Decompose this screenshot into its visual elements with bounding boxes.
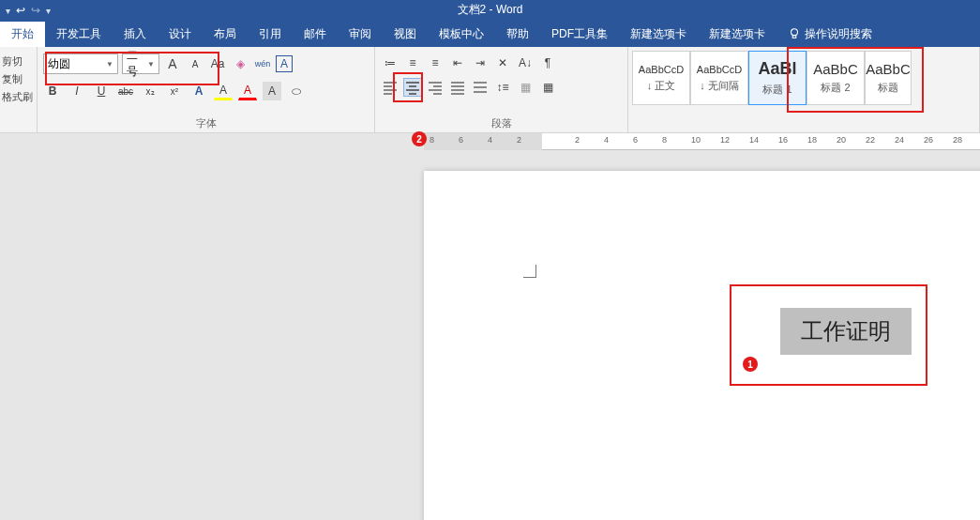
char-shading-button[interactable]: A xyxy=(263,82,281,100)
decrease-indent-button[interactable]: ⇤ xyxy=(448,54,467,72)
sort-button[interactable]: A↓ xyxy=(516,54,535,72)
numbering-button[interactable]: ≡ xyxy=(403,54,422,72)
highlight-color-button[interactable]: A xyxy=(214,82,233,100)
tab-custom-1[interactable]: 新建选项卡 xyxy=(619,21,698,47)
ruler-tick: 24 xyxy=(895,135,904,145)
style-tile-nospacing[interactable]: AaBbCcD ↓ 无间隔 xyxy=(690,51,748,105)
ruler-tick: 16 xyxy=(778,135,788,145)
qat-redo-icon[interactable]: ↪ xyxy=(31,4,40,17)
style-preview: AaBbCcD xyxy=(639,64,684,75)
font-color-button[interactable]: A xyxy=(238,82,257,100)
document-title: 文档2 - Word xyxy=(458,3,523,16)
ribbon-tabs: 开始 开发工具 插入 设计 布局 引用 邮件 审阅 视图 模板中心 帮助 PDF… xyxy=(0,21,980,47)
change-case-button[interactable]: Aa xyxy=(208,54,227,73)
ribbon: 剪切 复制 格式刷 幼圆 ▼ 二号 ▼ A A Aa ◈ wén xyxy=(0,47,980,133)
increase-indent-button[interactable]: ⇥ xyxy=(471,54,490,72)
tell-me-search[interactable]: 操作说明搜索 xyxy=(776,21,883,47)
font-name-combo[interactable]: 幼圆 ▼ xyxy=(43,54,118,74)
ruler-tick: 18 xyxy=(807,135,817,145)
format-painter-button[interactable]: 格式刷 xyxy=(2,88,35,106)
title-bar: ▾ ↩ ↪ ▾ 文档2 - Word xyxy=(0,0,980,21)
font-size-value: 二号 xyxy=(127,48,147,80)
text-effects-button[interactable]: A xyxy=(189,82,208,100)
font-size-combo[interactable]: 二号 ▼ xyxy=(122,54,159,74)
bullets-button[interactable]: ≔ xyxy=(381,54,400,72)
font-group-label: 字体 xyxy=(43,115,369,130)
line-spacing-button[interactable]: ↕≡ xyxy=(493,78,512,97)
char-border-button[interactable]: A xyxy=(276,55,293,72)
justify-button[interactable] xyxy=(448,78,467,97)
horizontal-ruler[interactable]: 8642246810121416182022242628 xyxy=(424,133,980,150)
multilevel-list-button[interactable]: ≡ xyxy=(426,54,445,72)
underline-button[interactable]: U xyxy=(92,82,111,100)
tab-references[interactable]: 引用 xyxy=(248,21,293,47)
distribute-button[interactable] xyxy=(471,78,490,97)
style-name: ↓ 无间隔 xyxy=(700,79,739,93)
phonetic-guide-button[interactable]: wén xyxy=(253,54,272,73)
style-name: 标题 1 xyxy=(762,83,792,97)
style-preview: AaBbC xyxy=(813,61,858,77)
qat-more-icon[interactable]: ▾ xyxy=(46,6,51,16)
tab-view[interactable]: 视图 xyxy=(383,21,428,47)
font-group: 幼圆 ▼ 二号 ▼ A A Aa ◈ wén A B I U abc x₂ xyxy=(38,47,375,132)
tab-design[interactable]: 设计 xyxy=(158,21,203,47)
tab-review[interactable]: 审阅 xyxy=(338,21,383,47)
workspace: 8642246810121416182022242628 工作证明 xyxy=(0,133,980,520)
shrink-font-button[interactable]: A xyxy=(186,54,204,73)
style-name: 标题 2 xyxy=(821,81,850,95)
borders-button[interactable]: ▦ xyxy=(538,78,557,97)
align-right-button[interactable] xyxy=(426,78,445,97)
copy-button[interactable]: 复制 xyxy=(2,70,35,88)
show-marks-button[interactable]: ¶ xyxy=(538,54,557,72)
selected-heading-text[interactable]: 工作证明 xyxy=(780,308,912,355)
superscript-button[interactable]: x² xyxy=(165,82,184,100)
tab-home[interactable]: 开始 xyxy=(0,21,45,47)
enclose-char-button[interactable]: ⬭ xyxy=(287,82,306,100)
paragraph-mark-icon xyxy=(523,265,536,278)
tab-custom-2[interactable]: 新建选项卡 xyxy=(698,21,776,47)
tab-developer[interactable]: 开发工具 xyxy=(45,21,113,47)
tab-mailings[interactable]: 邮件 xyxy=(293,21,338,47)
tab-templates[interactable]: 模板中心 xyxy=(428,21,495,47)
ruler-tick: 2 xyxy=(575,135,580,145)
paragraph-group: ≔ ≡ ≡ ⇤ ⇥ ✕ A↓ ¶ xyxy=(375,47,628,132)
ruler-tick: 4 xyxy=(604,135,609,145)
annotation-badge: 1 xyxy=(743,357,758,372)
qat-dropdown-icon[interactable]: ▾ xyxy=(6,6,10,16)
italic-button[interactable]: I xyxy=(68,82,86,100)
strikethrough-button[interactable]: abc xyxy=(116,82,135,100)
ruler-tick: 14 xyxy=(749,135,759,145)
bold-button[interactable]: B xyxy=(43,82,62,100)
distribute-icon xyxy=(473,80,488,95)
style-preview: AaBbCcD xyxy=(697,64,742,75)
ruler-tick: 10 xyxy=(691,135,701,145)
qat-undo-icon[interactable]: ↩ xyxy=(16,4,25,17)
document-page[interactable]: 工作证明 xyxy=(424,171,980,520)
align-left-button[interactable] xyxy=(381,78,400,97)
annotation-badge: 2 xyxy=(412,131,427,146)
svg-rect-1 xyxy=(792,36,796,38)
ruler-tick: 2 xyxy=(517,135,521,145)
align-center-button[interactable] xyxy=(403,78,422,97)
lightbulb-icon xyxy=(788,27,801,40)
tab-help[interactable]: 帮助 xyxy=(495,21,540,47)
style-tile-heading1[interactable]: AaBl 标题 1 xyxy=(748,51,807,105)
tab-pdf-tools[interactable]: PDF工具集 xyxy=(540,21,619,47)
ruler-margin-shade xyxy=(424,133,542,150)
subscript-button[interactable]: x₂ xyxy=(141,82,159,100)
style-tile-title[interactable]: AaBbC 标题 xyxy=(865,51,912,105)
asian-layout-button[interactable]: ✕ xyxy=(493,54,512,72)
ruler-tick: 26 xyxy=(924,135,933,145)
tab-insert[interactable]: 插入 xyxy=(113,21,158,47)
cut-button[interactable]: 剪切 xyxy=(2,53,35,70)
ruler-tick: 4 xyxy=(488,135,492,145)
clipboard-group: 剪切 复制 格式刷 xyxy=(0,47,38,132)
style-tile-heading2[interactable]: AaBbC 标题 2 xyxy=(807,51,865,105)
clear-formatting-button[interactable]: ◈ xyxy=(231,54,249,73)
tell-me-label: 操作说明搜索 xyxy=(805,26,872,42)
grow-font-button[interactable]: A xyxy=(163,54,182,73)
tab-layout[interactable]: 布局 xyxy=(203,21,248,47)
style-tile-normal[interactable]: AaBbCcD ↓ 正文 xyxy=(632,51,690,105)
shading-button[interactable]: ▦ xyxy=(516,78,535,97)
ruler-tick: 6 xyxy=(633,135,638,145)
